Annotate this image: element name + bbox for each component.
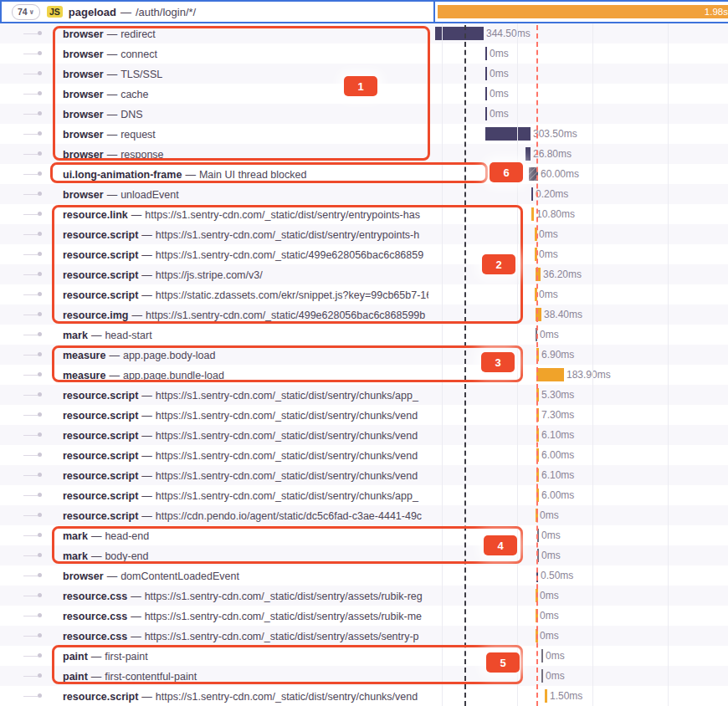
span-bar[interactable] (536, 268, 541, 281)
span-row[interactable]: browser—connect0ms (0, 43, 728, 64)
span-bar[interactable] (531, 187, 533, 201)
span-label: resource.link—https://s1.sentry-cdn.com/… (0, 204, 428, 224)
span-bar[interactable] (485, 87, 487, 100)
span-bar[interactable] (485, 127, 531, 141)
span-bar[interactable] (485, 107, 487, 120)
span-bar[interactable] (536, 489, 539, 502)
span-label: browser—cache (0, 84, 428, 104)
span-description: Main UI thread blocked (199, 169, 307, 181)
span-row[interactable]: mark—head-start0ms (0, 325, 728, 345)
span-row[interactable]: resource.script—https://s1.sentry-cdn.co… (0, 465, 728, 485)
span-row[interactable]: resource.script—https://js.stripe.com/v3… (0, 264, 728, 284)
span-row[interactable]: browser—redirect344.50ms (0, 23, 728, 43)
span-bar[interactable] (531, 207, 534, 221)
span-bar[interactable] (536, 368, 564, 381)
span-row[interactable]: resource.css—https://s1.sentry-cdn.com/_… (0, 626, 728, 646)
span-row[interactable]: browser—unloadEvent0.20ms (0, 184, 728, 204)
span-row[interactable]: resource.script—https://static.zdassets.… (0, 284, 728, 304)
span-label: resource.script—https://s1.sentry-cdn.co… (0, 465, 428, 485)
root-span-bar[interactable]: 1.98s (438, 5, 728, 18)
span-op: paint (63, 651, 88, 663)
span-bar[interactable] (535, 228, 537, 241)
span-bar[interactable] (536, 448, 539, 462)
span-description: https://s1.sentry-cdn.com/_static/dist/s… (156, 490, 418, 502)
span-bar[interactable] (535, 288, 537, 301)
span-description: https://s1.sentry-cdn.com/_static/dist/s… (156, 450, 418, 462)
span-bar[interactable] (536, 348, 539, 361)
span-bar[interactable] (525, 147, 531, 161)
span-row[interactable]: paint—first-paint0ms (0, 646, 728, 666)
span-row[interactable]: browser—DNS0ms (0, 104, 728, 124)
span-row[interactable]: browser—response26.80ms (0, 144, 728, 164)
span-description: app.page.bundle-load (123, 370, 224, 381)
separator-dash: — (107, 28, 118, 40)
span-bar[interactable] (537, 549, 539, 562)
span-bar[interactable] (541, 649, 543, 663)
separator-dash: — (141, 691, 152, 703)
span-row[interactable]: resource.css—https://s1.sentry-cdn.com/_… (0, 606, 728, 626)
span-canvas: 0ms (433, 104, 728, 124)
root-span-name: 74 ∨ JS pageload — /auth/login/*/ (2, 2, 435, 22)
tree-node-dot (38, 51, 42, 55)
span-row[interactable]: resource.script—https://s1.sentry-cdn.co… (0, 425, 728, 445)
span-row[interactable]: browser—cache0ms (0, 84, 728, 104)
span-bar[interactable] (485, 67, 487, 80)
span-row[interactable]: resource.script—https://s1.sentry-cdn.co… (0, 686, 728, 706)
span-bar[interactable] (536, 569, 538, 582)
span-row[interactable]: browser—request303.50ms (0, 124, 728, 144)
span-row[interactable]: resource.script—https://s1.sentry-cdn.co… (0, 224, 728, 244)
span-bar[interactable] (536, 328, 537, 341)
span-row[interactable]: resource.css—https://s1.sentry-cdn.com/_… (0, 586, 728, 606)
span-bar[interactable] (536, 408, 539, 422)
span-duration: 0ms (490, 64, 509, 84)
expand-children-button[interactable]: 74 ∨ (12, 4, 40, 20)
span-canvas: 6.10ms (433, 425, 728, 445)
span-duration: 0.20ms (536, 184, 568, 204)
span-bar[interactable] (536, 609, 538, 622)
span-bar[interactable] (536, 388, 539, 402)
span-row[interactable]: mark—body-end0ms (0, 545, 728, 565)
span-canvas: 183.90ms (433, 365, 728, 385)
span-description: cache (120, 89, 148, 100)
chevron-down-icon: ∨ (29, 8, 35, 16)
span-row[interactable]: paint—first-contentful-paint0ms (0, 666, 728, 686)
span-canvas: 0ms (433, 84, 728, 104)
span-bar[interactable] (536, 509, 538, 522)
span-row[interactable]: measure—app.page.bundle-load183.90ms (0, 365, 728, 385)
span-bar[interactable] (545, 689, 547, 703)
span-row[interactable]: browser—TLS/SSL0ms (0, 64, 728, 84)
span-duration: 6.00ms (541, 445, 574, 465)
root-span-row[interactable]: 74 ∨ JS pageload — /auth/login/*/ 1.98s (0, 0, 728, 23)
span-bar[interactable] (535, 248, 537, 261)
span-bar[interactable] (536, 468, 539, 482)
separator-dash: — (109, 370, 120, 381)
span-canvas: 0ms (433, 646, 728, 666)
span-bar[interactable] (536, 428, 539, 442)
span-bar[interactable] (537, 529, 539, 542)
span-op: resource.script (63, 490, 138, 502)
span-bar[interactable] (536, 629, 538, 642)
span-bar[interactable] (536, 589, 538, 602)
tree-connector (23, 154, 38, 155)
span-bar[interactable] (435, 27, 484, 40)
span-row[interactable]: browser—domContentLoadedEvent0.50ms (0, 565, 728, 586)
span-row[interactable]: resource.script—https://s1.sentry-cdn.co… (0, 244, 728, 264)
span-row[interactable]: ui.long-animation-frame—Main UI thread b… (0, 164, 728, 184)
span-bar[interactable] (529, 167, 538, 181)
span-bar[interactable] (536, 308, 541, 321)
span-row[interactable]: mark—head-end0ms (0, 525, 728, 545)
span-bar[interactable] (541, 669, 543, 683)
span-row[interactable]: resource.link—https://s1.sentry-cdn.com/… (0, 204, 728, 224)
span-bar[interactable] (485, 47, 487, 60)
span-row[interactable]: resource.script—https://s1.sentry-cdn.co… (0, 385, 728, 405)
span-row[interactable]: resource.script—https://s1.sentry-cdn.co… (0, 485, 728, 505)
span-label: resource.script—https://s1.sentry-cdn.co… (0, 485, 428, 505)
span-row[interactable]: resource.script—https://cdn.pendo.io/age… (0, 505, 728, 525)
span-row[interactable]: measure—app.page.body-load6.90ms (0, 345, 728, 365)
span-canvas: 303.50ms (433, 124, 728, 144)
span-row[interactable]: resource.img—https://s1.sentry-cdn.com/_… (0, 304, 728, 325)
span-row[interactable]: resource.script—https://s1.sentry-cdn.co… (0, 405, 728, 425)
span-label: resource.css—https://s1.sentry-cdn.com/_… (0, 626, 428, 646)
span-row[interactable]: resource.script—https://s1.sentry-cdn.co… (0, 445, 728, 465)
tree-connector (23, 616, 38, 616)
